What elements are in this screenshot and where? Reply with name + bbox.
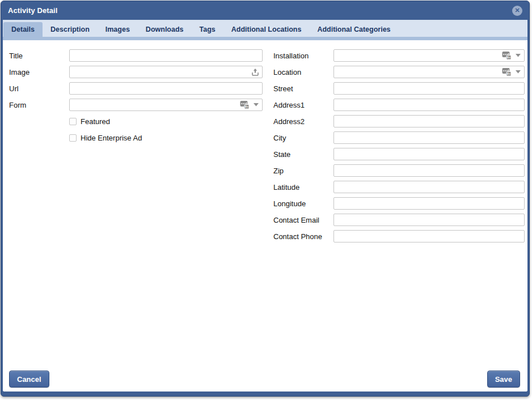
upload-icon[interactable] [251, 67, 260, 76]
form-label: Form [9, 101, 69, 109]
longitude-label: Longitude [273, 199, 333, 208]
field-row-zip: Zip [273, 164, 525, 177]
form-left-column: Title Image [9, 49, 263, 148]
image-input[interactable] [69, 66, 263, 78]
field-row-longitude: Longitude [273, 197, 525, 210]
tab-additional-locations[interactable]: Additional Locations [223, 22, 310, 37]
address2-label: Address2 [273, 117, 333, 126]
svg-text:9+: 9+ [245, 105, 248, 108]
zip-input[interactable] [333, 164, 525, 177]
tab-tags[interactable]: Tags [192, 22, 223, 37]
address1-input[interactable] [333, 99, 525, 111]
zip-label: Zip [273, 167, 333, 175]
field-row-contact-phone: Contact Phone [273, 230, 525, 242]
tab-images[interactable]: Images [98, 22, 138, 37]
field-row-title: Title [9, 49, 263, 62]
footer-button-bar: Cancel Save [9, 371, 520, 388]
field-row-state: State [273, 148, 525, 160]
hide-enterprise-ad-label: Hide Enterprise Ad [81, 134, 142, 142]
url-label: Url [9, 84, 69, 93]
field-row-form: Form 9+ [9, 99, 263, 111]
url-input[interactable] [69, 82, 263, 95]
field-row-url: Url [9, 82, 263, 95]
field-row-location: Location 9+ [273, 66, 525, 78]
tab-additional-categories[interactable]: Additional Categories [309, 22, 398, 37]
address1-label: Address1 [273, 101, 333, 109]
close-button[interactable]: ✕ [512, 6, 522, 16]
state-input[interactable] [333, 148, 525, 160]
hide-enterprise-ad-checkbox[interactable] [69, 134, 77, 142]
location-label: Location [273, 68, 333, 76]
contact-email-label: Contact Email [273, 216, 333, 224]
list-picker-icon[interactable]: 9+ [240, 101, 249, 109]
title-label: Title [9, 52, 69, 60]
save-button[interactable]: Save [487, 371, 520, 388]
featured-checkbox[interactable] [69, 118, 77, 125]
tab-downloads[interactable]: Downloads [138, 22, 192, 37]
city-input[interactable] [333, 131, 525, 144]
cancel-button[interactable]: Cancel [9, 371, 49, 388]
chevron-down-icon[interactable] [516, 70, 521, 74]
field-row-street: Street [273, 82, 525, 95]
tab-bar: Details Description Images Downloads Tag… [3, 20, 527, 37]
contact-phone-label: Contact Phone [273, 232, 333, 241]
tab-description[interactable]: Description [43, 22, 98, 37]
field-row-address2: Address2 [273, 115, 525, 127]
close-icon: ✕ [514, 7, 520, 14]
latitude-input[interactable] [333, 181, 525, 193]
featured-checkbox-row: Featured [9, 115, 263, 127]
field-row-installation: Installation 9+ [273, 49, 525, 62]
svg-text:9+: 9+ [507, 56, 510, 59]
contact-phone-input[interactable] [333, 230, 525, 242]
chevron-down-icon[interactable] [516, 54, 521, 57]
window-body: Details Description Images Downloads Tag… [3, 20, 527, 392]
details-form: Title Image [3, 40, 527, 392]
location-combo-input[interactable] [333, 66, 525, 78]
list-picker-icon[interactable]: 9+ [502, 52, 511, 60]
list-picker-icon[interactable]: 9+ [502, 68, 511, 76]
activity-detail-window: Activity Detail ✕ Details Description Im… [1, 1, 530, 397]
address2-input[interactable] [333, 115, 525, 127]
installation-label: Installation [273, 52, 333, 60]
window-titlebar: Activity Detail ✕ [3, 1, 527, 20]
field-row-latitude: Latitude [273, 181, 525, 193]
field-row-city: City [273, 131, 525, 144]
window-title: Activity Detail [8, 6, 57, 15]
title-input[interactable] [69, 49, 263, 62]
svg-text:9+: 9+ [507, 72, 510, 75]
featured-label: Featured [81, 117, 110, 126]
hide-enterprise-ad-checkbox-row: Hide Enterprise Ad [9, 131, 263, 144]
form-right-column: Installation 9+ [273, 49, 525, 246]
field-row-image: Image [9, 66, 263, 78]
form-combo-input[interactable] [69, 99, 263, 111]
tab-details[interactable]: Details [3, 22, 43, 37]
chevron-down-icon[interactable] [254, 103, 259, 107]
latitude-label: Latitude [273, 183, 333, 192]
image-label: Image [9, 68, 69, 76]
installation-combo-input[interactable] [333, 49, 525, 62]
street-input[interactable] [333, 82, 525, 95]
field-row-contact-email: Contact Email [273, 214, 525, 226]
state-label: State [273, 150, 333, 159]
field-row-address1: Address1 [273, 99, 525, 111]
longitude-input[interactable] [333, 197, 525, 210]
contact-email-input[interactable] [333, 214, 525, 226]
city-label: City [273, 134, 333, 142]
street-label: Street [273, 84, 333, 93]
